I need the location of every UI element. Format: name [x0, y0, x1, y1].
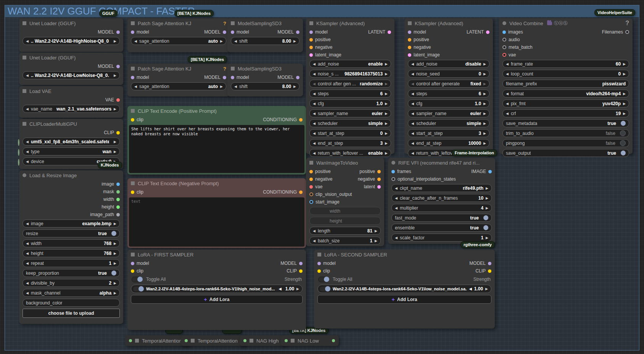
- output-slot-MODEL[interactable]: [296, 30, 299, 34]
- increment-arrow-icon[interactable]: ▶: [385, 151, 388, 155]
- widget-input-ring[interactable]: [18, 160, 19, 165]
- input-slot-meta_batch[interactable]: [502, 45, 506, 49]
- increment-arrow-icon[interactable]: ▶: [483, 122, 486, 125]
- output-slot-LATENT[interactable]: [388, 30, 391, 34]
- square-collapse-icon[interactable]: [131, 67, 135, 70]
- widget-mask_channel[interactable]: ◀mask_channelalpha▶: [23, 289, 120, 297]
- widget-sage_attention[interactable]: ◀sage_attentionauto▶: [131, 82, 226, 90]
- node-lora-first-sampler-header[interactable]: LoRA - FIRST SAMPLER: [127, 250, 306, 259]
- increment-arrow-icon[interactable]: ▶: [114, 281, 116, 285]
- widget-keep_proportion[interactable]: keep_proportiontrue: [23, 269, 120, 277]
- decrement-arrow-icon[interactable]: ◀: [395, 196, 398, 200]
- node-load-vae-header[interactable]: Load VAE: [19, 86, 123, 96]
- decrement-arrow-icon[interactable]: ◀: [313, 92, 316, 96]
- decrement-arrow-icon[interactable]: ◀: [26, 242, 29, 245]
- input-slot-start_image[interactable]: [309, 200, 313, 204]
- output-slot-CLIP[interactable]: [488, 269, 491, 273]
- output-slot-MODEL[interactable]: [116, 65, 120, 68]
- decrement-arrow-icon[interactable]: ◀: [506, 62, 509, 66]
- decrement-arrow-icon[interactable]: ◀: [395, 206, 398, 210]
- square-collapse-icon[interactable]: [250, 339, 253, 343]
- widget-value[interactable]: ◀.. Wan2.2-I2V-A14B-HighNoise-Q8_0.gguf▶: [23, 37, 120, 45]
- square-collapse-icon[interactable]: [408, 21, 412, 25]
- increment-arrow-icon[interactable]: ▶: [385, 131, 388, 135]
- input-slot-model[interactable]: [317, 262, 321, 265]
- input-slot-negative[interactable]: [309, 178, 313, 181]
- output-slot-CONDITIONING[interactable]: [299, 191, 303, 194]
- output-slot-MODEL[interactable]: [223, 30, 226, 34]
- input-slot-positive[interactable]: [309, 170, 313, 173]
- add-lora-button[interactable]: +Add Lora: [131, 295, 303, 304]
- decrement-arrow-icon[interactable]: ◀: [26, 39, 29, 43]
- toggle-knob[interactable]: [111, 231, 116, 236]
- increment-arrow-icon[interactable]: ▶: [485, 287, 488, 291]
- widget-length[interactable]: ◀length81▶: [309, 227, 381, 235]
- input-slot-model[interactable]: [408, 30, 411, 34]
- decrement-arrow-icon[interactable]: ◀: [411, 92, 414, 96]
- node-nag-high[interactable]: NAG High: [240, 335, 286, 346]
- widget-trim_to_audio[interactable]: trim_to_audiofalse: [502, 129, 629, 137]
- increment-arrow-icon[interactable]: ▶: [483, 82, 486, 86]
- widget-loop_count[interactable]: ◀loop_count0▶: [502, 70, 629, 78]
- node-patch-sage-attention-1-header[interactable]: Patch Sage Attention KJ?: [127, 18, 230, 28]
- node-clip-text-encode-negative-header[interactable]: CLIP Text Encode (Negative Prompt): [127, 178, 306, 188]
- square-collapse-icon[interactable]: [131, 181, 135, 185]
- widget-width[interactable]: ◀width768▶: [23, 239, 120, 247]
- decrement-arrow-icon[interactable]: ◀: [411, 151, 414, 155]
- output-slot-height[interactable]: [116, 205, 120, 209]
- decrement-arrow-icon[interactable]: ◀: [26, 261, 29, 265]
- decrement-arrow-icon[interactable]: ◀: [26, 107, 29, 111]
- decrement-arrow-icon[interactable]: ◀: [506, 72, 509, 76]
- widget-control after gen ...[interactable]: ◀control after gen ...randomize▶: [309, 80, 391, 88]
- increment-arrow-icon[interactable]: ▶: [385, 82, 388, 86]
- increment-arrow-icon[interactable]: ▶: [114, 74, 116, 77]
- input-slot-frames[interactable]: [391, 170, 395, 173]
- toggle-knob[interactable]: [621, 121, 626, 126]
- output-slot-MODEL[interactable]: [223, 76, 226, 79]
- output-slot-width[interactable]: [116, 198, 120, 201]
- increment-arrow-icon[interactable]: ▶: [486, 186, 488, 190]
- decrement-arrow-icon[interactable]: ◀: [26, 150, 29, 154]
- node-nag-low[interactable]: NAG Low: [281, 335, 339, 346]
- decrement-arrow-icon[interactable]: ◀: [313, 102, 316, 106]
- widget-add_noise[interactable]: ◀add_noiseenable▶: [309, 60, 391, 68]
- widget-ckpt_name[interactable]: ◀ckpt_namerife49.pth▶: [391, 184, 492, 192]
- input-slot-vae[interactable]: [309, 185, 313, 189]
- increment-arrow-icon[interactable]: ▶: [114, 222, 116, 226]
- decrement-arrow-icon[interactable]: ◀: [26, 291, 29, 295]
- widget-resize[interactable]: resizetrue: [23, 229, 120, 237]
- input-slot-images[interactable]: [502, 30, 506, 34]
- square-collapse-icon[interactable]: [23, 21, 26, 25]
- widget-multiplier[interactable]: ◀multiplier4▶: [391, 204, 492, 212]
- increment-arrow-icon[interactable]: ▶: [483, 72, 486, 76]
- circle-collapse-icon[interactable]: [502, 21, 506, 25]
- input-slot-positive[interactable]: [309, 38, 313, 42]
- input-slot-negative[interactable]: [408, 46, 411, 49]
- increment-arrow-icon[interactable]: ▶: [296, 287, 299, 291]
- node-unet-loader-2-header[interactable]: Unet Loader (GGUF): [19, 53, 123, 62]
- toggle-all-switch[interactable]: [318, 277, 329, 282]
- output-slot-image[interactable]: [116, 183, 120, 186]
- input-slot-latent_image[interactable]: [408, 53, 411, 57]
- widget-format[interactable]: ◀formatvideo/h264-mp4▶: [502, 90, 629, 98]
- input-slot-clip[interactable]: [317, 269, 321, 273]
- widget-control after generate[interactable]: ◀control after generatefixed▶: [408, 80, 489, 88]
- input-slot-model[interactable]: [131, 262, 134, 265]
- widget-scale_factor[interactable]: ◀scale_factor1▶: [391, 234, 492, 242]
- increment-arrow-icon[interactable]: ▶: [623, 62, 626, 66]
- widget-value[interactable]: ◀.. Wan2.2-I2V-A14B-LowNoise-Q8_0.gguf▶: [23, 71, 120, 79]
- decrement-arrow-icon[interactable]: ◀: [313, 229, 316, 233]
- decrement-arrow-icon[interactable]: ◀: [26, 74, 29, 77]
- decrement-arrow-icon[interactable]: ◀: [506, 102, 509, 106]
- toggle-knob[interactable]: [111, 271, 116, 276]
- widget-start_at_step[interactable]: ◀start_at_step3▶: [408, 129, 489, 137]
- decrement-arrow-icon[interactable]: ◀: [313, 82, 316, 86]
- decrement-arrow-icon[interactable]: ◀: [134, 85, 137, 88]
- decrement-arrow-icon[interactable]: ◀: [411, 102, 414, 106]
- input-slot-negative[interactable]: [309, 46, 313, 49]
- add-lora-button[interactable]: +Add Lora: [317, 295, 491, 304]
- collapsed-slot-dot[interactable]: [185, 339, 188, 342]
- increment-arrow-icon[interactable]: ▶: [385, 112, 388, 115]
- output-slot-latent[interactable]: [377, 185, 381, 189]
- node-ksampler-advanced-1-header[interactable]: KSampler (Advanced): [306, 18, 394, 28]
